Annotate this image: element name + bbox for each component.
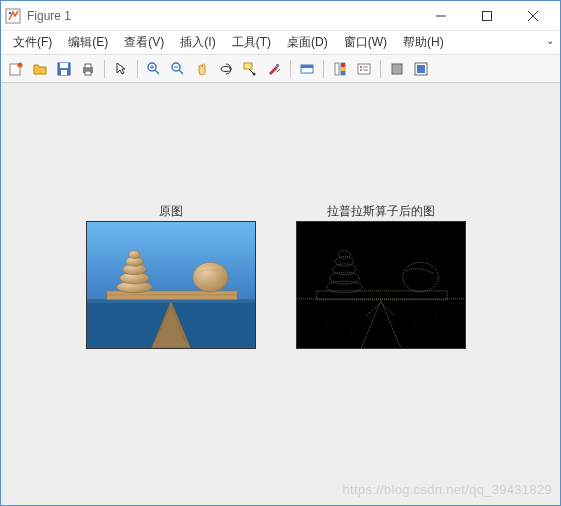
link-data-button[interactable] <box>296 58 318 80</box>
svg-rect-12 <box>85 64 91 68</box>
svg-line-19 <box>179 70 183 74</box>
titlebar: Figure 1 <box>1 1 560 31</box>
data-cursor-button[interactable] <box>239 58 261 80</box>
svg-rect-25 <box>276 64 279 67</box>
figure-canvas[interactable]: 原图 拉普拉斯算子后的图 <box>1 83 560 505</box>
menu-window[interactable]: 窗口(W) <box>336 31 395 54</box>
svg-point-66 <box>450 330 451 331</box>
insert-legend-button[interactable] <box>353 58 375 80</box>
subplot-laplacian-image[interactable] <box>296 221 466 349</box>
zoom-out-button[interactable] <box>167 58 189 80</box>
svg-point-62 <box>351 332 352 333</box>
svg-rect-3 <box>483 11 492 20</box>
rotate-3d-button[interactable] <box>215 58 237 80</box>
subplot-title-right: 拉普拉斯算子后的图 <box>296 203 466 220</box>
menu-edit[interactable]: 编辑(E) <box>60 31 116 54</box>
menu-overflow-icon[interactable]: ⌄ <box>546 35 554 46</box>
svg-point-64 <box>435 315 436 316</box>
open-button[interactable] <box>29 58 51 80</box>
toolbar-separator <box>380 60 381 78</box>
svg-rect-27 <box>301 65 313 68</box>
close-button[interactable] <box>510 2 556 30</box>
svg-point-7 <box>18 62 23 67</box>
window-controls <box>418 2 556 30</box>
svg-rect-28 <box>335 63 339 75</box>
show-plot-tools-button[interactable] <box>410 58 432 80</box>
brush-button[interactable] <box>263 58 285 80</box>
svg-line-15 <box>155 70 159 74</box>
menu-insert[interactable]: 插入(I) <box>172 31 223 54</box>
insert-colorbar-button[interactable] <box>329 58 351 80</box>
save-button[interactable] <box>53 58 75 80</box>
svg-point-68 <box>425 246 426 247</box>
toolbar-separator <box>137 60 138 78</box>
svg-point-65 <box>311 310 312 311</box>
svg-point-24 <box>253 72 256 75</box>
hide-plot-tools-button[interactable] <box>386 58 408 80</box>
svg-rect-9 <box>60 63 68 68</box>
svg-point-51 <box>193 262 229 292</box>
matlab-figure-icon <box>5 8 21 24</box>
svg-rect-41 <box>87 222 255 299</box>
toolbar <box>1 55 560 83</box>
subplot-title-left: 原图 <box>86 203 256 220</box>
menu-desktop[interactable]: 桌面(D) <box>279 31 336 54</box>
svg-rect-31 <box>341 67 345 71</box>
window-title: Figure 1 <box>27 9 418 23</box>
new-figure-button[interactable] <box>5 58 27 80</box>
menu-file[interactable]: 文件(F) <box>5 31 60 54</box>
menubar: 文件(F) 编辑(E) 查看(V) 插入(I) 工具(T) 桌面(D) 窗口(W… <box>1 31 560 55</box>
menu-tools[interactable]: 工具(T) <box>224 31 279 54</box>
svg-point-63 <box>415 325 416 326</box>
watermark-text: https://blog.csdn.net/qq_39431829 <box>343 482 552 497</box>
svg-rect-10 <box>61 70 67 75</box>
menu-help[interactable]: 帮助(H) <box>395 31 452 54</box>
svg-rect-40 <box>417 65 425 73</box>
svg-rect-38 <box>392 64 402 74</box>
pointer-button[interactable] <box>110 58 132 80</box>
svg-point-1 <box>9 11 11 13</box>
toolbar-separator <box>323 60 324 78</box>
pan-button[interactable] <box>191 58 213 80</box>
svg-point-67 <box>385 251 386 252</box>
svg-rect-22 <box>244 63 252 69</box>
zoom-in-button[interactable] <box>143 58 165 80</box>
maximize-button[interactable] <box>464 2 510 30</box>
menu-view[interactable]: 查看(V) <box>116 31 172 54</box>
svg-point-61 <box>326 320 327 321</box>
svg-point-50 <box>129 251 141 259</box>
toolbar-separator <box>104 60 105 78</box>
print-button[interactable] <box>77 58 99 80</box>
svg-rect-52 <box>297 222 465 348</box>
svg-rect-13 <box>85 71 91 75</box>
subplot-original-image[interactable] <box>86 221 256 349</box>
toolbar-separator <box>290 60 291 78</box>
minimize-button[interactable] <box>418 2 464 30</box>
svg-rect-32 <box>341 71 345 75</box>
svg-rect-33 <box>358 64 370 74</box>
svg-rect-30 <box>341 63 345 67</box>
